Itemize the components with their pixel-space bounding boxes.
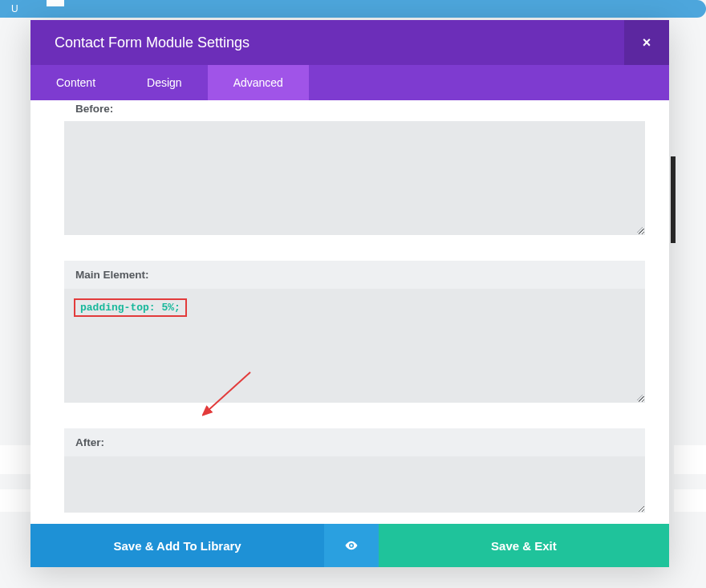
css-main-element-input[interactable]: padding-top: 5%; bbox=[64, 289, 645, 403]
tab-bar: Content Design Advanced bbox=[30, 65, 669, 100]
close-button[interactable]: × bbox=[624, 20, 669, 65]
tab-content[interactable]: Content bbox=[30, 65, 121, 100]
bg-fragment bbox=[0, 445, 32, 474]
css-before-input[interactable] bbox=[64, 121, 645, 235]
bg-fragment bbox=[674, 445, 706, 474]
bg-fragment bbox=[674, 489, 706, 512]
preview-button[interactable] bbox=[324, 524, 379, 567]
tab-advanced[interactable]: Advanced bbox=[208, 65, 309, 100]
css-after-label: After: bbox=[64, 428, 645, 456]
bg-left-badge: U bbox=[0, 0, 706, 18]
modal-header: Contact Form Module Settings × bbox=[30, 20, 669, 65]
css-main-element-block: Main Element: padding-top: 5%; bbox=[64, 261, 645, 403]
modal-title: Contact Form Module Settings bbox=[55, 34, 250, 51]
css-after-block: After: bbox=[64, 428, 645, 513]
resize-handle-icon[interactable] bbox=[637, 395, 643, 401]
eye-icon bbox=[344, 538, 359, 553]
css-before-label: Before: bbox=[64, 100, 645, 121]
css-main-element-value: padding-top: 5%; bbox=[74, 298, 187, 317]
modal-content[interactable]: Before: Main Element: padding-top: 5%; A… bbox=[30, 100, 669, 524]
css-before-block: Before: bbox=[64, 100, 645, 235]
css-after-input[interactable] bbox=[64, 456, 645, 513]
css-main-element-label: Main Element: bbox=[64, 261, 645, 289]
save-add-library-button[interactable]: Save & Add To Library bbox=[30, 524, 324, 567]
resize-handle-icon[interactable] bbox=[637, 227, 643, 233]
bg-fragment bbox=[0, 489, 32, 512]
settings-modal: Contact Form Module Settings × Content D… bbox=[30, 20, 669, 567]
close-icon: × bbox=[643, 34, 651, 51]
save-exit-button[interactable]: Save & Exit bbox=[379, 524, 669, 567]
bg-fragment bbox=[47, 0, 64, 6]
tab-design[interactable]: Design bbox=[121, 65, 208, 100]
modal-footer: Save & Add To Library Save & Exit bbox=[30, 524, 669, 567]
bg-right-bar bbox=[671, 156, 676, 243]
